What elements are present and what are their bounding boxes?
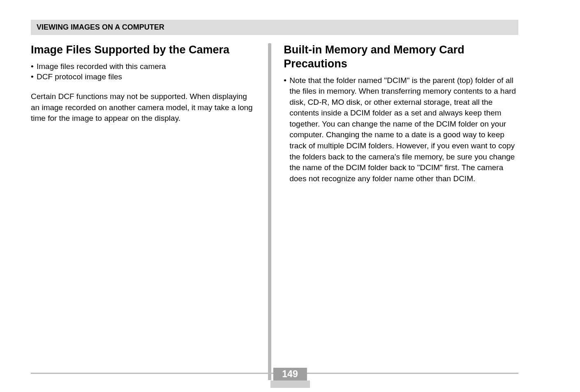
- right-heading: Built-in Memory and Memory Card Precauti…: [284, 43, 518, 71]
- page-number: 149: [273, 368, 307, 380]
- right-bullet-text: Note that the folder named "DCIM" is the…: [289, 75, 518, 184]
- page-number-text: 149: [282, 369, 298, 379]
- left-paragraph: Certain DCF functions may not be support…: [31, 91, 256, 124]
- left-heading: Image Files Supported by the Camera: [31, 43, 256, 57]
- section-header: VIEWING IMAGES ON A COMPUTER: [31, 20, 518, 35]
- list-item: DCF protocol image files: [31, 71, 256, 82]
- right-bullet-block: • Note that the folder named "DCIM" is t…: [284, 75, 518, 184]
- list-item: Image files recorded with this camera: [31, 61, 256, 72]
- section-header-text: VIEWING IMAGES ON A COMPUTER: [37, 23, 164, 31]
- left-column: Image Files Supported by the Camera Imag…: [31, 43, 268, 380]
- bullet-marker: •: [284, 75, 289, 184]
- page-number-shadow: [270, 380, 310, 388]
- right-column: Built-in Memory and Memory Card Precauti…: [271, 43, 518, 380]
- column-divider: [268, 43, 271, 380]
- left-bullet-list: Image files recorded with this camera DC…: [31, 61, 256, 82]
